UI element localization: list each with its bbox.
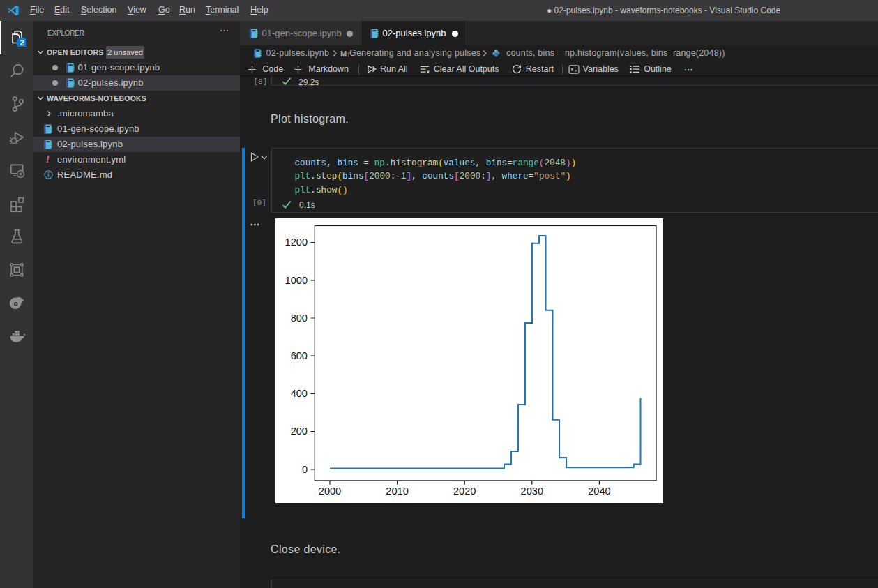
svg-text:2010: 2010 <box>386 485 408 497</box>
svg-text:1000: 1000 <box>285 275 308 286</box>
svg-text:200: 200 <box>291 425 308 437</box>
svg-text:2030: 2030 <box>521 485 543 497</box>
svg-text:800: 800 <box>291 312 308 324</box>
svg-text:2000: 2000 <box>319 485 341 497</box>
svg-text:0: 0 <box>302 464 308 475</box>
svg-text:600: 600 <box>291 350 308 361</box>
svg-text:2040: 2040 <box>588 485 610 497</box>
svg-text:1200: 1200 <box>285 236 308 248</box>
svg-text:2: 2 <box>20 38 24 47</box>
svg-text:400: 400 <box>291 388 308 399</box>
svg-text:2020: 2020 <box>453 485 476 497</box>
